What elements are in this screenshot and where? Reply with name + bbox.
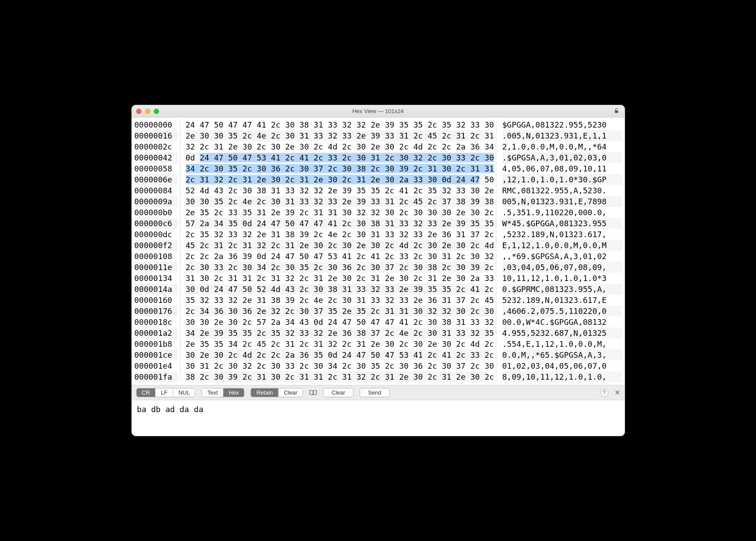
hex-row[interactable]: 30 31 2c 30 32 2c 30 33 2c 30 34 2c 30 3… (186, 360, 489, 371)
ascii-row[interactable]: ,4606.2,075.5,110220,0 (502, 306, 622, 317)
ascii-row[interactable]: 4,05,06,07,08,09,10,11 (502, 163, 622, 174)
ascii-column[interactable]: $GPGGA,081322.955,5230.005,N,01323.931,E… (496, 119, 622, 382)
hex-bytes-column[interactable]: 24 47 50 47 47 41 2c 30 38 31 33 32 32 2… (180, 119, 496, 382)
nul-button[interactable]: NUL (173, 388, 195, 397)
hex-row[interactable]: 34 2e 39 35 35 2c 35 32 33 32 2e 36 38 3… (186, 327, 489, 338)
hex-row[interactable]: 2e 35 2c 33 35 31 2e 39 2c 31 31 30 32 3… (186, 207, 489, 218)
toolbar: CR LF NUL Text Hex Retain Clear Clear Se… (132, 385, 625, 400)
clear-retain-button[interactable]: Clear (279, 388, 303, 397)
minimize-window-button[interactable] (145, 109, 150, 114)
send-button[interactable]: Send (360, 388, 389, 397)
hex-row[interactable]: 2c 31 32 2c 31 2e 30 2c 31 2e 30 2c 31 2… (186, 174, 489, 185)
hex-row[interactable]: 34 2c 30 35 2c 30 36 2c 30 37 2c 30 38 2… (186, 163, 489, 174)
offset-cell: 00000084 (134, 185, 178, 196)
hex-row[interactable]: 30 30 2e 30 2c 57 2a 34 43 0d 24 47 50 4… (186, 317, 489, 327)
offset-cell: 00000108 (134, 251, 178, 262)
offset-cell: 000001ce (134, 349, 178, 360)
hex-row[interactable]: 38 2c 30 39 2c 31 30 2c 31 31 2c 31 32 2… (186, 371, 489, 382)
offset-cell: 00000160 (134, 295, 178, 306)
text-mode-button[interactable]: Text (202, 388, 223, 397)
ascii-row[interactable]: 10,11,12,1.0,1.0,1.0*3 (502, 273, 622, 284)
lock-icon[interactable] (614, 108, 619, 115)
hex-row[interactable]: 0d 24 47 50 47 53 41 2c 41 2c 33 2c 30 3… (186, 152, 489, 163)
ascii-row[interactable]: 8,09,10,11,12,1.0,1.0, (502, 371, 622, 382)
clear-button[interactable]: Clear (323, 388, 353, 397)
offset-cell: 000000c6 (134, 218, 178, 229)
hex-mode-button[interactable]: Hex (223, 388, 244, 397)
offset-cell: 0000006e (134, 174, 178, 185)
hex-row[interactable]: 2c 30 33 2c 30 34 2c 30 35 2c 30 36 2c 3… (186, 262, 489, 273)
ascii-row[interactable]: 2,1.0,0.0,M,0.0,M,,*64 (502, 141, 622, 152)
offset-cell: 00000016 (134, 130, 178, 141)
hex-row[interactable]: 45 2c 31 2c 31 32 2c 31 2e 30 2c 30 2e 3… (186, 240, 489, 251)
ascii-row[interactable]: .554,E,1,12,1.0,0.0,M, (502, 338, 622, 349)
ascii-row[interactable]: 0.$GPRMC,081323.955,A, (502, 284, 622, 295)
ascii-row[interactable]: ,,*69.$GPGSA,A,3,01,02 (502, 251, 622, 262)
ascii-row[interactable]: 5232.189,N,01323.617,E (502, 295, 622, 306)
offset-cell: 000001fa (134, 371, 178, 382)
traffic-lights (136, 109, 159, 114)
cr-button[interactable]: CR (137, 388, 156, 397)
offset-cell: 000000dc (134, 229, 178, 240)
hex-row[interactable]: 2c 2c 2a 36 39 0d 24 47 50 47 53 41 2c 4… (186, 251, 489, 262)
offset-cell: 0000002c (134, 141, 178, 152)
svg-rect-0 (615, 110, 618, 112)
titlebar[interactable]: Hex View — 101x24 (132, 105, 625, 117)
ascii-row[interactable]: 005,N,01323.931,E,7898 (502, 196, 622, 207)
hex-row[interactable]: 35 32 33 32 2e 31 38 39 2c 4e 2c 30 31 3… (186, 295, 489, 306)
ascii-row[interactable]: E,1,12,1.0,0.0,M,0.0,M (502, 240, 622, 251)
offset-cell: 0000009a (134, 196, 178, 207)
hex-row[interactable]: 30 2e 30 2c 4d 2c 2c 2a 36 35 0d 24 47 5… (186, 349, 489, 360)
ascii-row[interactable]: 4.955,5232.687,N,01325 (502, 327, 622, 338)
ascii-row[interactable]: 00.0,W*4C.$GPGGA,08132 (502, 317, 622, 327)
close-window-button[interactable] (136, 109, 141, 114)
hex-row[interactable]: 2c 34 36 30 36 2e 32 2c 30 37 35 2e 35 2… (186, 306, 489, 317)
window-title: Hex View — 101x24 (136, 108, 620, 114)
ascii-row[interactable]: $GPGGA,081322.955,5230 (502, 119, 622, 130)
hex-row[interactable]: 52 4d 43 2c 30 38 31 33 32 32 2e 39 35 3… (186, 185, 489, 196)
ascii-row[interactable]: 01,02,03,04,05,06,07,0 (502, 360, 622, 371)
ascii-row[interactable]: ,5232.189,N,01323.617, (502, 229, 622, 240)
hex-row[interactable]: 30 0d 24 47 50 52 4d 43 2c 30 38 31 33 3… (186, 284, 489, 295)
hex-row[interactable]: 24 47 50 47 47 41 2c 30 38 31 33 32 32 2… (186, 119, 489, 130)
offset-cell: 000001b8 (134, 338, 178, 349)
help-icon[interactable]: ? (601, 389, 608, 397)
hex-row[interactable]: 57 2a 34 35 0d 24 47 50 47 47 41 2c 30 3… (186, 218, 489, 229)
offset-cell: 000000b0 (134, 207, 178, 218)
send-input[interactable]: ba db ad da da (132, 400, 625, 436)
offset-cell: 000001a2 (134, 327, 178, 338)
line-ending-segmented: CR LF NUL (136, 388, 196, 397)
ascii-row[interactable]: ,03,04,05,06,07,08,09, (502, 262, 622, 273)
offset-cell: 0000018c (134, 317, 178, 327)
retain-button[interactable]: Retain (251, 388, 279, 397)
ascii-row[interactable]: ,12,1.0,1.0,1.0*30.$GP (502, 174, 622, 185)
hex-row[interactable]: 30 30 35 2c 4e 2c 30 31 33 32 33 2e 39 3… (186, 196, 489, 207)
offset-cell: 00000042 (134, 152, 178, 163)
close-panel-icon[interactable]: ✕ (615, 388, 620, 397)
ascii-row[interactable]: 0.0,M,,*65.$GPGSA,A,3, (502, 349, 622, 360)
book-icon[interactable] (309, 389, 317, 397)
offset-cell: 000000f2 (134, 240, 178, 251)
hex-row[interactable]: 2e 35 35 34 2c 45 2c 31 2c 31 32 2c 31 2… (186, 338, 489, 349)
zoom-window-button[interactable] (154, 109, 159, 114)
offset-cell: 00000176 (134, 306, 178, 317)
ascii-row[interactable]: W*45.$GPGGA,081323.955 (502, 218, 622, 229)
offset-cell: 00000000 (134, 119, 178, 130)
offset-column: 00000000000000160000002c0000004200000058… (134, 119, 180, 382)
ascii-row[interactable]: .005,N,01323.931,E,1,1 (502, 130, 622, 141)
offset-cell: 0000011e (134, 262, 178, 273)
app-window: Hex View — 101x24 0000000000000016000000… (131, 105, 625, 436)
ascii-row[interactable]: .$GPGSA,A,3,01,02,03,0 (502, 152, 622, 163)
hex-row[interactable]: 2e 30 30 35 2c 4e 2c 30 31 33 32 33 2e 3… (186, 130, 489, 141)
hex-row[interactable]: 2c 35 32 33 32 2e 31 38 39 2c 4e 2c 30 3… (186, 229, 489, 240)
ascii-row[interactable]: RMC,081322.955,A,5230. (502, 185, 622, 196)
hex-row[interactable]: 31 30 2c 31 31 2c 31 32 2c 31 2e 30 2c 3… (186, 273, 489, 284)
offset-cell: 000001e4 (134, 360, 178, 371)
offset-cell: 0000014a (134, 284, 178, 295)
lf-button[interactable]: LF (155, 388, 173, 397)
mode-segmented: Text Hex (201, 388, 244, 397)
ascii-row[interactable]: .5,351.9,110220,000.0, (502, 207, 622, 218)
offset-cell: 00000058 (134, 163, 178, 174)
hex-view-body[interactable]: 00000000000000160000002c0000004200000058… (132, 117, 625, 385)
hex-row[interactable]: 32 2c 31 2e 30 2c 30 2e 30 2c 4d 2c 30 2… (186, 141, 489, 152)
